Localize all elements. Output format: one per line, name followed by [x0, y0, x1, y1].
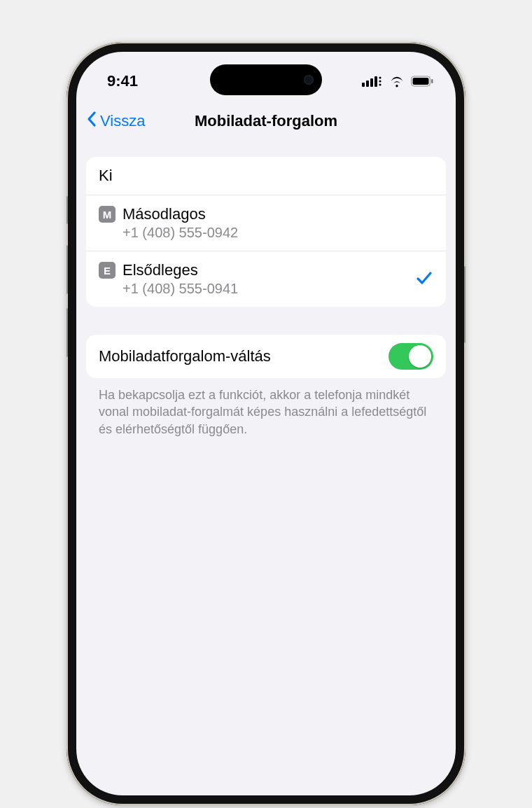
- phone-side-button: [66, 308, 68, 357]
- navigation-bar: Vissza Mobiladat-forgalom: [76, 101, 456, 141]
- back-button[interactable]: Vissza: [86, 111, 145, 132]
- content: Ki M Másodlagos +1 (408) 555-0942 E Első…: [76, 141, 456, 438]
- wifi-icon: [388, 75, 405, 88]
- line-name: Másodlagos: [122, 205, 206, 223]
- battery-icon: [411, 76, 433, 87]
- data-switching-footer: Ha bekapcsolja ezt a funkciót, akkor a t…: [86, 378, 446, 438]
- svg-point-5: [379, 80, 381, 82]
- line-number: +1 (408) 555-0942: [122, 225, 433, 241]
- data-line-group: Ki M Másodlagos +1 (408) 555-0942 E Első…: [86, 157, 446, 307]
- back-label: Vissza: [100, 112, 145, 130]
- phone-side-button: [464, 266, 465, 343]
- svg-rect-8: [413, 78, 429, 85]
- status-time: 9:41: [107, 72, 138, 90]
- option-off-label: Ki: [99, 167, 113, 185]
- data-switching-label: Mobiladatforgalom-váltás: [99, 347, 271, 365]
- option-secondary[interactable]: M Másodlagos +1 (408) 555-0942: [86, 195, 446, 251]
- phone-side-button: [66, 196, 68, 224]
- phone-side-button: [66, 245, 68, 294]
- phone-frame: 9:41: [66, 42, 465, 805]
- option-off[interactable]: Ki: [86, 157, 446, 195]
- svg-rect-9: [431, 79, 433, 83]
- svg-rect-3: [374, 76, 377, 87]
- sim-badge-primary: E: [99, 262, 115, 279]
- checkmark-icon: [415, 269, 433, 290]
- svg-rect-2: [370, 78, 373, 87]
- data-switching-row: Mobiladatforgalom-váltás: [86, 335, 446, 378]
- option-primary[interactable]: E Elsődleges +1 (408) 555-0941: [86, 251, 446, 307]
- toggle-knob: [409, 345, 431, 368]
- line-number: +1 (408) 555-0941: [122, 281, 433, 297]
- svg-point-6: [379, 83, 381, 85]
- svg-point-4: [379, 76, 381, 78]
- screen: 9:41: [76, 52, 456, 795]
- line-name: Elsődleges: [122, 261, 198, 279]
- sim-badge-secondary: M: [99, 206, 115, 223]
- svg-rect-0: [362, 83, 365, 87]
- svg-rect-1: [366, 81, 369, 87]
- dual-signal-icon: [362, 76, 383, 87]
- front-camera: [304, 75, 314, 85]
- dynamic-island: [210, 64, 322, 95]
- data-switching-toggle[interactable]: [388, 343, 433, 370]
- data-switching-group: Mobiladatforgalom-váltás: [86, 335, 446, 378]
- chevron-left-icon: [86, 111, 97, 132]
